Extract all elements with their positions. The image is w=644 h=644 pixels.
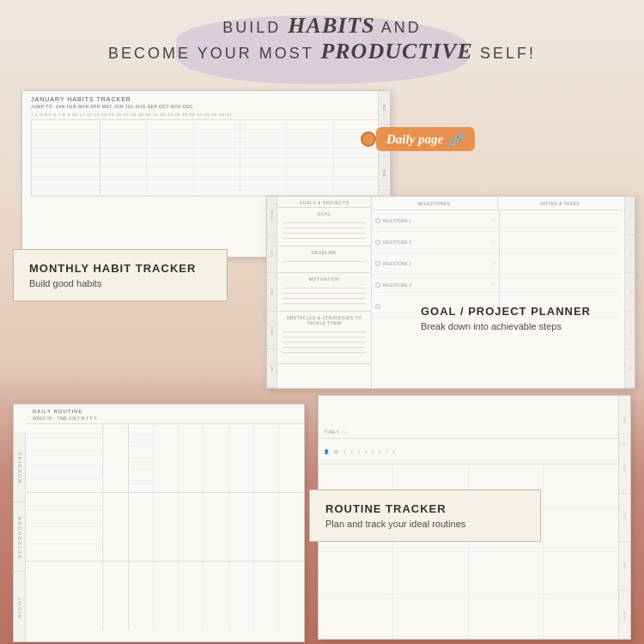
habit-doc-nav: JUMP TO: JAN FEB MAR APR MAY JUN JUL AUG… bbox=[22, 104, 390, 112]
routine-header: DAILY ROUTINE WEEK OF: TIME S M T W T F … bbox=[26, 404, 304, 424]
goal-title-header: GOALS & PROJECTS bbox=[277, 197, 371, 208]
obstacles-label: OBSTACLES & STRATEGIES TO TACKLE THEM bbox=[283, 315, 366, 325]
milestone-row-4: MILESTONE 4 / / bbox=[372, 275, 623, 296]
routine2-side-tabs: DEC NOV OCT SEP AUG bbox=[618, 396, 630, 639]
goal-label-title: GOAL / PROJECT PLANNER bbox=[421, 305, 635, 318]
milestone-1-label: MILESTONE 1 bbox=[383, 218, 411, 223]
habit-label-subtitle: Build good habits bbox=[29, 278, 211, 289]
callout-circle bbox=[361, 131, 376, 147]
time-column-afternoon bbox=[103, 493, 129, 561]
habit-row bbox=[32, 177, 380, 186]
habits-italic: habits bbox=[288, 13, 374, 38]
goal-right-column: MILESTONES NOTES & TASKS MILESTONE 1 / /… bbox=[372, 197, 623, 388]
milestone-4-label: MILESTONE 4 bbox=[383, 283, 411, 288]
daily-page-callout: Daily page 🔗 bbox=[361, 127, 475, 151]
habit-row bbox=[32, 130, 380, 139]
become-text: BECOME YOUR MOST bbox=[108, 45, 313, 62]
routine-label-subtitle: Plan and track your ideal routines bbox=[325, 519, 525, 529]
habit-label-title: MONTHLY HABIT TRACKER bbox=[29, 262, 211, 275]
deadline-label: DEADLINE bbox=[283, 250, 366, 255]
milestone-2-label: MILESTONE 2 bbox=[383, 240, 411, 245]
routine-night-section bbox=[26, 562, 304, 630]
goal-section-motivation: MOTIVATION bbox=[277, 273, 371, 312]
milestone-row-2: MILESTONE 2 / / bbox=[372, 232, 623, 253]
morning-label: MORNING bbox=[17, 450, 22, 483]
habit-row bbox=[32, 186, 380, 196]
routine-side-labels: MORNING AFTERNOON NIGHT bbox=[14, 432, 26, 641]
days-grid-morning bbox=[129, 424, 304, 492]
header-line1: BUILD habits AND bbox=[0, 13, 644, 39]
routine-week-row: WEEK OF: TIME S M T W T F S bbox=[33, 416, 297, 421]
routine-label-title: ROUTINE TRACKER bbox=[325, 502, 525, 515]
habit-label-cell bbox=[32, 120, 100, 129]
routine-afternoon-section bbox=[26, 493, 304, 562]
activity-column-morning bbox=[26, 424, 103, 492]
and-text: AND bbox=[381, 19, 422, 36]
notes-header: NOTES & TASKS bbox=[498, 197, 623, 210]
routine2-icons-row: 👤 🖼 1 2 3 4 5 6 7 8 bbox=[319, 439, 618, 465]
night-label: NIGHT bbox=[17, 596, 22, 618]
milestone-3-label: MILESTONE 3 bbox=[383, 261, 411, 266]
habit-cells bbox=[100, 120, 380, 129]
link-icon: 🔗 bbox=[448, 131, 465, 147]
habit-row bbox=[32, 149, 380, 158]
routine-tracker-label-box: ROUTINE TRACKER Plan and track your idea… bbox=[309, 489, 541, 542]
habit-doc-title: JANUARY HABITS TRACKER bbox=[22, 91, 390, 104]
milestone-row-3: MILESTONE 3 / / bbox=[372, 253, 623, 275]
habit-row bbox=[32, 158, 380, 167]
days-grid-afternoon bbox=[129, 493, 304, 561]
goal-label: GOAL bbox=[283, 211, 366, 216]
background: BUILD habits AND BECOME YOUR MOST produc… bbox=[0, 0, 644, 644]
routine-tracker-document: MORNING AFTERNOON NIGHT DAILY ROUTINE WE… bbox=[13, 404, 305, 642]
header: BUILD habits AND BECOME YOUR MOST produc… bbox=[0, 13, 644, 64]
routine-main: DAILY ROUTINE WEEK OF: TIME S M T W T F … bbox=[26, 404, 304, 630]
routine-morning-section bbox=[26, 424, 304, 493]
goal-planner-label-box: GOAL / PROJECT PLANNER Break down into a… bbox=[421, 305, 635, 331]
habit-doc-numbers: 1 2 3 4 5 6 7 8 9 10 11 12 13 14 15 16 1… bbox=[22, 112, 390, 118]
goal-section-goal: GOAL bbox=[277, 208, 371, 246]
header-line2: BECOME YOUR MOST productive SELF! bbox=[0, 39, 644, 64]
goal-section-obstacles: OBSTACLES & STRATEGIES TO TACKLE THEM bbox=[277, 312, 371, 364]
activity-column-afternoon bbox=[26, 493, 103, 561]
tune-label: TUNE 5 bbox=[324, 429, 339, 434]
goal-section-deadline: DEADLINE bbox=[277, 246, 371, 273]
goal-label-subtitle: Break down into achievable steps bbox=[421, 321, 635, 331]
self-text: SELF! bbox=[480, 45, 536, 62]
goal-side-tabs: YEAR JAN FEB MAR APR bbox=[267, 197, 277, 388]
daily-page-label: Daily page bbox=[386, 132, 443, 147]
routine-doc-title: DAILY ROUTINE bbox=[33, 409, 297, 414]
habit-grid bbox=[31, 119, 381, 197]
callout-bubble: Daily page 🔗 bbox=[376, 127, 475, 151]
days-grid-night bbox=[129, 562, 304, 630]
goal-right-tabs: YEAR JAN FEB MAR APR bbox=[624, 197, 635, 388]
monthly-habit-label-box: MONTHLY HABIT TRACKER Build good habits bbox=[13, 249, 228, 301]
build-text: BUILD bbox=[222, 19, 281, 36]
time-column-morning bbox=[103, 424, 129, 492]
time-column-night bbox=[103, 562, 129, 630]
motivation-label: MOTIVATION bbox=[283, 276, 366, 282]
goal-right-header: MILESTONES NOTES & TASKS bbox=[372, 197, 623, 210]
goal-left-column: GOALS & PROJECTS GOAL DEADLINE MOTIVATIO… bbox=[277, 197, 372, 388]
afternoon-label: AFTERNOON bbox=[17, 515, 22, 557]
routine2-top: TUNE 5 / / bbox=[319, 396, 618, 439]
week-of-label: WEEK OF: bbox=[33, 416, 53, 421]
routine-days: TIME S M T W T F S bbox=[57, 416, 96, 421]
habit-row bbox=[32, 167, 380, 177]
habit-row bbox=[32, 139, 380, 149]
milestone-row-1: MILESTONE 1 / / bbox=[372, 210, 623, 232]
activity-column-night bbox=[26, 562, 103, 630]
milestones-header: MILESTONES bbox=[372, 197, 498, 210]
habit-row bbox=[32, 120, 380, 130]
goal-planner-document: YEAR JAN FEB MAR APR GOALS & PROJECTS GO… bbox=[266, 196, 635, 389]
productive-italic: productive bbox=[320, 39, 473, 64]
